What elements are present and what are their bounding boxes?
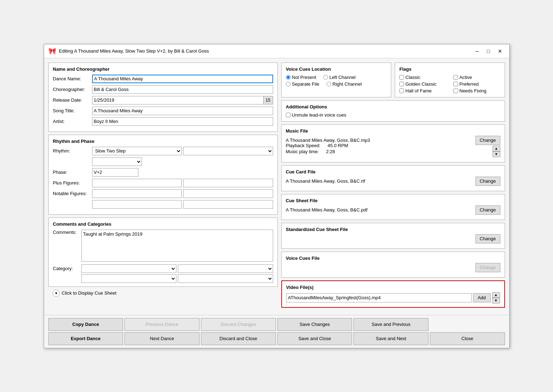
category-select2[interactable]	[178, 264, 273, 273]
name-choreo-title: Name and Choreographer	[53, 66, 273, 72]
classic-checkbox[interactable]	[399, 75, 404, 80]
rhythm-sub-select[interactable]	[92, 157, 142, 166]
classic-flag-item[interactable]: Classic	[399, 75, 446, 80]
cue-sheet-file-row: A Thousand Miles Away, Goss, B&C.pdf Cha…	[286, 205, 500, 215]
left-channel-radio[interactable]	[323, 75, 328, 80]
maximize-button[interactable]: □	[484, 47, 494, 55]
preferred-flag-item[interactable]: Preferred	[453, 81, 500, 87]
cue-sheet-file-change-button[interactable]: Change	[475, 205, 500, 215]
right-channel-radio[interactable]	[326, 82, 331, 86]
video-down-arrow[interactable]: ▼	[492, 298, 500, 304]
golden-classic-checkbox[interactable]	[399, 82, 404, 86]
voice-cues-section: Voice Cues Location Not Present Left Cha…	[281, 63, 392, 97]
calendar-button[interactable]: 15	[263, 96, 273, 104]
video-arrows: ▲ ▼	[492, 292, 500, 304]
active-flag-item[interactable]: Active	[453, 75, 500, 80]
needs-fixing-flag-item[interactable]: Needs Fixing	[453, 88, 500, 93]
voice-cues-radio-row2: Separate File Right Channel	[286, 81, 387, 87]
category-selects1	[81, 264, 273, 273]
separate-file-radio-item[interactable]: Separate File	[286, 81, 319, 87]
active-label: Active	[459, 75, 472, 80]
standardized-cue-title: Standardized Cue Sheet File	[286, 227, 500, 232]
video-file-input[interactable]	[286, 293, 472, 302]
notable-fig3-input[interactable]	[92, 200, 182, 209]
not-present-radio-item[interactable]: Not Present	[286, 75, 317, 80]
rhythm-select2[interactable]	[183, 147, 273, 155]
voice-cues-change-button[interactable]: Change	[475, 263, 500, 272]
close-button[interactable]: Close	[430, 332, 505, 345]
cue-sheet-file-section: Cue Sheet File A Thousand Miles Away, Go…	[281, 194, 505, 220]
music-file-change-button[interactable]: Change	[475, 136, 500, 145]
unmute-option[interactable]: Unmute lead-in voice cues	[286, 112, 500, 118]
comments-textarea[interactable]	[81, 230, 273, 262]
cue-sheet-expand[interactable]: ▾ Click to Display Cue Sheet	[48, 287, 278, 300]
play-time-value: 2:28	[326, 149, 335, 154]
category-select4[interactable]	[178, 274, 273, 283]
plus-figures-inputs	[92, 179, 273, 187]
plus-fig2-input[interactable]	[183, 179, 273, 187]
notable-fig2-input[interactable]	[183, 189, 273, 198]
category-label: Category:	[53, 266, 81, 271]
song-title-input[interactable]	[92, 107, 273, 115]
unmute-checkbox[interactable]	[286, 113, 291, 117]
needs-fixing-checkbox[interactable]	[453, 88, 458, 93]
notable-figures-label: Notable Figures:	[53, 191, 92, 196]
category-select1[interactable]	[81, 264, 177, 273]
close-window-button[interactable]: ✕	[495, 47, 505, 55]
active-checkbox[interactable]	[453, 75, 458, 80]
artist-input[interactable]	[92, 117, 273, 126]
left-channel-radio-item[interactable]: Left Channel	[323, 75, 356, 80]
golden-classic-flag-item[interactable]: Golden Classic	[399, 81, 446, 87]
rhythm-selects: Slow Two Step	[92, 147, 273, 155]
dance-name-input[interactable]	[92, 75, 273, 83]
right-channel-radio-item[interactable]: Right Channel	[326, 81, 362, 87]
notable-fig1-input[interactable]	[92, 189, 182, 198]
release-date-input[interactable]	[92, 96, 263, 104]
title-bar: 🎀 Editing A Thousand Miles Away, Slow Tw…	[44, 44, 509, 58]
comments-row: Comments:	[53, 230, 273, 262]
notable-figures-inputs1	[92, 189, 273, 198]
cue-sheet-file-name: A Thousand Miles Away, Goss, B&C.pdf	[286, 207, 475, 213]
plus-fig1-input[interactable]	[92, 179, 182, 187]
hall-of-fame-flag-item[interactable]: Hall of Fame	[399, 88, 446, 93]
copy-dance-button[interactable]: Copy Dance	[48, 318, 123, 331]
save-and-close-button[interactable]: Save and Close	[277, 332, 352, 345]
video-up-arrow[interactable]: ▲	[492, 292, 500, 298]
video-add-button[interactable]: Add	[473, 293, 491, 302]
cue-card-change-button[interactable]: Change	[475, 177, 500, 186]
hall-of-fame-label: Hall of Fame	[405, 88, 432, 93]
music-file-controls: Change ▲ ▼	[475, 136, 500, 157]
category-select3[interactable]	[81, 274, 177, 283]
rhythm-phase-section: Rhythm and Phase Rhythm: Slow Two Step	[48, 135, 278, 215]
rhythm-label: Rhythm:	[53, 148, 92, 154]
next-dance-button[interactable]: Next Dance	[124, 332, 200, 345]
choreo-label: Choreographer:	[53, 87, 92, 92]
save-and-next-button[interactable]: Save and Next	[353, 332, 429, 345]
music-file-row: A Thousand Miles Away, Goss, B&C.mp3 Pla…	[286, 136, 500, 157]
additional-options-section: Additional Options Unmute lead-in voice …	[281, 100, 505, 122]
separate-file-radio[interactable]	[286, 82, 291, 86]
previous-dance-button[interactable]: Previous Dance	[124, 318, 200, 331]
preferred-checkbox[interactable]	[453, 82, 458, 86]
export-dance-button[interactable]: Export Dance	[48, 332, 123, 345]
minimize-button[interactable]: ─	[472, 47, 482, 55]
not-present-radio[interactable]	[286, 75, 291, 80]
release-date-row: Release Date: 15	[53, 96, 273, 104]
hall-of-fame-checkbox[interactable]	[399, 88, 404, 93]
save-changes-button[interactable]: Save Changes	[277, 318, 352, 331]
additional-options-title: Additional Options	[286, 104, 500, 109]
notable-fig4-input[interactable]	[183, 200, 273, 209]
golden-classic-label: Golden Classic	[405, 81, 436, 87]
phase-input[interactable]	[92, 168, 138, 177]
flags-title: Flags	[399, 66, 500, 72]
save-and-previous-button[interactable]: Save and Previous	[353, 318, 429, 331]
standardized-cue-change-button[interactable]: Change	[475, 234, 500, 243]
choreo-input[interactable]	[92, 85, 273, 94]
rhythm-select1[interactable]: Slow Two Step	[92, 147, 182, 155]
music-arrows: ▲ ▼	[493, 146, 500, 157]
discard-and-close-button[interactable]: Discard and Close	[201, 332, 276, 345]
discard-changes-button[interactable]: Discard Changes	[201, 318, 276, 331]
music-down-arrow[interactable]: ▼	[493, 151, 500, 157]
music-up-arrow[interactable]: ▲	[493, 146, 500, 151]
phase-row: Phase:	[53, 168, 273, 177]
